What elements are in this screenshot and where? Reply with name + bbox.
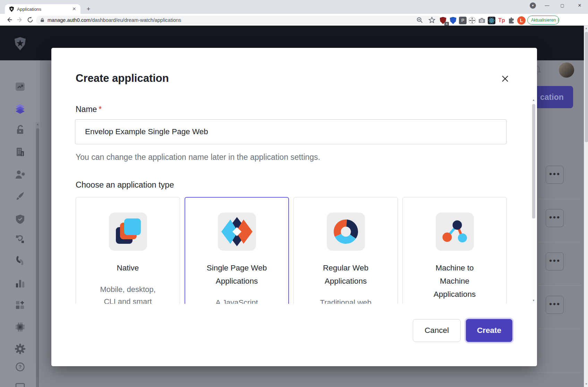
sidebar-item-organizations[interactable] [14, 146, 26, 158]
sidebar-item-help[interactable]: ? [14, 361, 26, 373]
bookmark-star-icon[interactable] [428, 16, 436, 24]
m2m-network-icon [436, 213, 474, 251]
table-row-divider [56, 372, 581, 372]
sidebar-scroll-up-icon[interactable]: ▲ [36, 123, 40, 126]
back-button[interactable] [6, 16, 13, 24]
camera-extension-icon[interactable] [477, 16, 486, 25]
url-domain: manage.auth0.com [48, 17, 91, 23]
card-native[interactable]: Native Mobile, desktop, CLI and smart [76, 197, 180, 304]
create-button[interactable]: Create [466, 319, 512, 342]
chrome-update-badge-icon[interactable]: ▾ [530, 2, 536, 9]
table-row-divider [537, 329, 581, 329]
sidebar-item-activity[interactable] [14, 80, 26, 93]
crosshair-extension-icon[interactable] [468, 16, 477, 25]
address-bar[interactable]: manage.auth0.com/dashboard/eu/dream-watc… [36, 16, 441, 25]
spa-diamond-icon [218, 213, 256, 251]
modal-scroll-up-icon[interactable]: ▲ [531, 98, 536, 102]
lock-icon [40, 17, 45, 23]
native-stack-icon [109, 213, 147, 251]
sidebar-item-authentication[interactable] [14, 123, 26, 136]
card-single-page-web[interactable]: Single Page Web Applications A JavaScrip… [185, 197, 289, 304]
sidebar-item-applications[interactable] [14, 103, 26, 115]
auth0-favicon [9, 6, 14, 12]
user-avatar[interactable] [559, 62, 574, 78]
choose-type-heading: Choose an application type [76, 180, 174, 190]
window-minimize-button[interactable]: — [542, 1, 552, 10]
browser-menu-icon[interactable]: ⋮ [556, 18, 561, 23]
sidebar-item-marketplace[interactable] [14, 299, 26, 311]
browser-tab-applications[interactable]: Applications ✕ [5, 4, 80, 14]
row-actions-menu-button[interactable]: ●●● [546, 166, 564, 184]
tab-close-icon[interactable]: ✕ [71, 6, 77, 12]
modal-scrollbar[interactable]: ▲ ▼ [531, 97, 536, 304]
table-row-divider [537, 242, 581, 242]
modal-scroll-down-icon[interactable]: ▼ [531, 299, 536, 302]
sidebar-item-actions[interactable] [14, 233, 26, 246]
card-title: Native [117, 261, 139, 275]
sidebar-nav: ? ▲ ▼ [0, 60, 41, 387]
sidebar-item-user-management[interactable] [14, 168, 26, 181]
page-scrollbar-thumb[interactable] [585, 32, 588, 142]
sidebar-scrollbar-thumb[interactable] [36, 128, 39, 387]
row-actions-menu-button[interactable]: ●●● [546, 252, 564, 270]
modal-title: Create application [76, 72, 169, 85]
window-maximize-button[interactable]: ▢ [557, 1, 568, 10]
browser-profile-avatar[interactable]: L [517, 16, 526, 25]
browser-window: Applications ✕ + ▾ — ▢ ✕ manage.auth0.co… [0, 0, 588, 387]
sidebar-item-settings[interactable] [14, 343, 26, 355]
react-devtools-extension-icon[interactable] [487, 16, 496, 25]
name-helper-text: You can change the application name late… [76, 153, 320, 162]
card-description: Traditional web [320, 296, 371, 304]
close-icon [501, 75, 509, 83]
sidebar-item-branding[interactable] [14, 190, 26, 202]
p-extension-icon[interactable]: P [458, 16, 467, 25]
card-regular-web[interactable]: Regular Web Applications Traditional web [293, 197, 398, 304]
new-tab-button[interactable]: + [84, 5, 93, 13]
forward-button[interactable] [16, 16, 24, 24]
auth0-logo [14, 37, 26, 51]
table-row-divider [537, 199, 581, 199]
cancel-button[interactable]: Cancel [413, 319, 461, 342]
url-path: /dashboard/eu/dream-watch/applications [91, 17, 181, 23]
web-donut-icon [327, 213, 365, 251]
page-scrollbar[interactable]: ▲ ▼ [584, 26, 588, 387]
application-name-input[interactable] [75, 119, 506, 144]
card-description: A JavaScript [215, 296, 258, 304]
card-title: Regular Web Applications [323, 261, 368, 288]
modal-close-button[interactable] [498, 72, 512, 86]
page-scroll-up-icon[interactable]: ▲ [584, 27, 588, 30]
update-label: Aktualisieren [531, 18, 556, 23]
sidebar-item-monitoring[interactable] [14, 277, 26, 290]
application-type-cards: Native Mobile, desktop, CLI and smart Si… [76, 196, 507, 304]
bitwarden-extension-icon[interactable] [449, 16, 458, 25]
table-row-divider [537, 285, 581, 286]
name-field-label: Name* [76, 105, 102, 114]
row-actions-menu-button[interactable]: ●●● [546, 296, 564, 314]
extensions-puzzle-icon[interactable] [507, 16, 516, 25]
sidebar-item-bottom-partial[interactable] [14, 380, 26, 387]
url-text: manage.auth0.com/dashboard/eu/dream-watc… [48, 17, 181, 23]
chrome-update-button[interactable]: Aktualisieren ⋮ [527, 16, 559, 25]
sidebar-item-security[interactable] [14, 213, 26, 225]
sidebar-item-extensions[interactable] [14, 321, 26, 333]
browser-tabbar: Applications ✕ + ▾ — ▢ ✕ [0, 0, 588, 14]
modal-scrollbar-thumb[interactable] [532, 104, 535, 218]
tab-title: Applications [17, 7, 71, 12]
sidebar-item-auth-pipeline[interactable] [14, 255, 26, 267]
zoom-page-icon[interactable] [416, 16, 424, 24]
card-title: Single Page Web Applications [207, 261, 267, 288]
card-description: Mobile, desktop, CLI and smart [100, 283, 155, 304]
svg-text:?: ? [19, 364, 22, 370]
tampermonkey-extension-icon[interactable]: Tp [497, 16, 506, 25]
card-title: Machine to Machine Applications [434, 261, 476, 301]
sidebar-scrollbar[interactable]: ▲ ▼ [36, 122, 40, 387]
reload-button[interactable] [26, 16, 34, 24]
required-asterisk: * [99, 105, 102, 114]
page-scroll-down-icon[interactable]: ▼ [584, 382, 588, 386]
card-machine-to-machine[interactable]: Machine to Machine Applications [402, 197, 507, 304]
ublock-extension-icon[interactable]: 4 [438, 16, 448, 25]
create-application-modal: Create application Name* You can change … [51, 48, 537, 366]
window-close-button[interactable]: ✕ [574, 1, 585, 10]
row-actions-menu-button[interactable]: ●●● [546, 209, 564, 227]
